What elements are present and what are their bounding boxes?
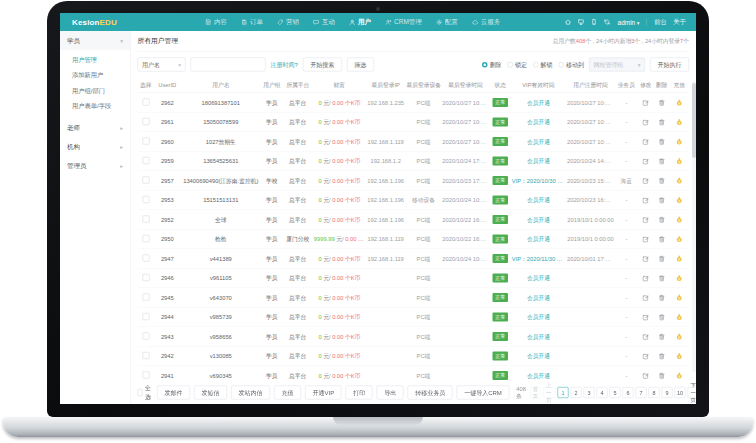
open-vip-link[interactable]: 会员开通 xyxy=(527,99,550,105)
open-vip-link[interactable]: 会员开通 xyxy=(527,138,550,144)
radio-lock[interactable]: 锁定 xyxy=(508,60,528,69)
export-button[interactable]: 导出 xyxy=(377,386,404,400)
edit-icon[interactable] xyxy=(642,294,650,302)
row-checkbox[interactable] xyxy=(142,99,149,106)
page-7[interactable]: 7 xyxy=(635,387,646,398)
scrollbar-thumb[interactable] xyxy=(692,83,696,158)
trash-icon[interactable] xyxy=(658,196,666,204)
page-4[interactable]: 4 xyxy=(596,387,607,398)
row-checkbox[interactable] xyxy=(142,138,149,145)
home-icon[interactable] xyxy=(565,19,572,26)
page-1[interactable]: 1 xyxy=(557,387,568,398)
page-next[interactable]: 下一页 xyxy=(687,387,696,398)
send-sms-button[interactable]: 发短信 xyxy=(194,386,227,400)
sidebar-group-organizations[interactable]: 机构▸ xyxy=(60,137,130,156)
edit-icon[interactable] xyxy=(642,235,650,243)
money-icon[interactable] xyxy=(676,274,684,282)
row-checkbox[interactable] xyxy=(142,235,149,242)
execute-button[interactable]: 开始执行 xyxy=(650,58,689,72)
page-3[interactable]: 3 xyxy=(583,387,594,398)
sidebar-item-user-management[interactable]: 用户管理 xyxy=(60,52,130,68)
edit-icon[interactable] xyxy=(642,157,650,165)
transfer-agent-button[interactable]: 转移业务员 xyxy=(408,386,453,400)
filter-button[interactable]: 筛选 xyxy=(347,58,374,72)
nav-item-marketing[interactable]: 营销 xyxy=(277,18,299,27)
row-checkbox[interactable] xyxy=(142,177,149,184)
phone-icon[interactable] xyxy=(591,19,598,26)
open-vip-link[interactable]: 会员开通 xyxy=(527,353,550,359)
money-icon[interactable] xyxy=(676,333,684,341)
trash-icon[interactable] xyxy=(658,157,666,165)
edit-icon[interactable] xyxy=(642,372,650,380)
money-icon[interactable] xyxy=(676,255,684,263)
page-5[interactable]: 5 xyxy=(609,387,620,398)
row-checkbox[interactable] xyxy=(142,196,149,203)
trash-icon[interactable] xyxy=(658,216,666,224)
money-icon[interactable] xyxy=(676,235,684,243)
search-input[interactable] xyxy=(191,58,266,72)
page-6[interactable]: 6 xyxy=(622,387,633,398)
nav-item-content[interactable]: 内容 xyxy=(205,18,227,27)
admin-dropdown[interactable]: admin xyxy=(618,18,640,26)
print-button[interactable]: 打印 xyxy=(346,386,373,400)
page-8[interactable]: 8 xyxy=(648,387,659,398)
edit-icon[interactable] xyxy=(642,313,650,321)
row-checkbox[interactable] xyxy=(142,372,149,379)
send-email-button[interactable]: 发邮件 xyxy=(157,386,190,400)
money-icon[interactable] xyxy=(676,216,684,224)
open-vip-link[interactable]: 会员开通 xyxy=(527,236,550,242)
radio-delete[interactable]: 删除 xyxy=(482,60,502,69)
trash-icon[interactable] xyxy=(658,99,666,107)
nav-link-front-site[interactable]: 前台 xyxy=(654,18,667,27)
open-vip-link[interactable]: 会员开通 xyxy=(527,294,550,300)
row-checkbox[interactable] xyxy=(142,352,149,359)
page-10[interactable]: 10 xyxy=(674,387,685,398)
open-vip-link[interactable]: 会员开通 xyxy=(527,275,550,281)
money-icon[interactable] xyxy=(676,372,684,380)
open-vip-link[interactable]: 会员开通 xyxy=(527,216,550,222)
trash-icon[interactable] xyxy=(658,138,666,146)
edit-icon[interactable] xyxy=(642,99,650,107)
search-button[interactable]: 开始搜索 xyxy=(303,58,342,72)
nav-item-settings[interactable]: 配置 xyxy=(436,18,458,27)
page-first[interactable]: 首页 xyxy=(530,387,541,398)
sidebar-item-user-forms[interactable]: 用户表单/字段 xyxy=(60,99,130,115)
nav-link-about[interactable]: 关于 xyxy=(673,18,686,27)
radio-unlock[interactable]: 解锁 xyxy=(533,60,553,69)
select-all-checkbox[interactable] xyxy=(138,389,143,396)
row-checkbox[interactable] xyxy=(142,274,149,281)
page-2[interactable]: 2 xyxy=(570,387,581,398)
search-field-select[interactable]: 用户名 xyxy=(138,58,186,72)
money-icon[interactable] xyxy=(676,99,684,107)
open-vip-link[interactable]: 会员开通 xyxy=(527,197,550,203)
select-all[interactable]: 全选 xyxy=(138,384,154,401)
recharge-button[interactable]: 充值 xyxy=(274,386,301,400)
money-icon[interactable] xyxy=(676,352,684,360)
page-prev[interactable]: 上一页 xyxy=(543,387,556,398)
nav-item-users[interactable]: 用户 xyxy=(349,18,371,27)
nav-item-interaction[interactable]: 互动 xyxy=(313,18,335,27)
nav-item-crm[interactable]: CRM管理 xyxy=(385,18,422,27)
edit-icon[interactable] xyxy=(642,118,650,126)
money-icon[interactable] xyxy=(676,313,684,321)
trash-icon[interactable] xyxy=(658,235,666,243)
money-icon[interactable] xyxy=(676,177,684,185)
edit-icon[interactable] xyxy=(642,255,650,263)
row-checkbox[interactable] xyxy=(142,294,149,301)
trash-icon[interactable] xyxy=(658,177,666,185)
open-vip-button[interactable]: 开通VIP xyxy=(305,386,342,400)
scrollbar[interactable] xyxy=(692,81,696,372)
nav-item-cloud-services[interactable]: 云服务 xyxy=(472,18,501,27)
register-time-link[interactable]: 注册时间? xyxy=(271,60,298,69)
trash-icon[interactable] xyxy=(658,372,666,380)
row-checkbox[interactable] xyxy=(142,216,149,223)
open-vip-link[interactable]: 会员开通 xyxy=(527,119,550,125)
open-vip-link[interactable]: 会员开通 xyxy=(527,333,550,339)
row-checkbox[interactable] xyxy=(142,313,149,320)
nav-item-orders[interactable]: 订单 xyxy=(241,18,263,27)
import-crm-button[interactable]: 一键导入CRM xyxy=(457,386,510,400)
edit-icon[interactable] xyxy=(642,138,650,146)
sidebar-group-students[interactable]: 学员▾ xyxy=(60,31,130,50)
radio-move-to[interactable]: 移动到 xyxy=(559,60,585,69)
trash-icon[interactable] xyxy=(658,274,666,282)
